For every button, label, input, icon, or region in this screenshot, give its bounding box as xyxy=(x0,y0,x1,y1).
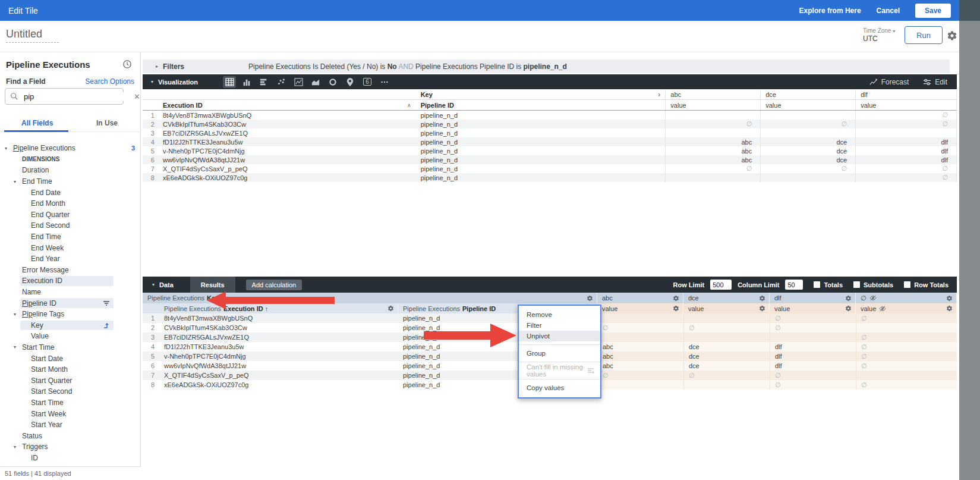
single-value-icon[interactable]: 6 xyxy=(361,76,374,88)
value-cell[interactable]: ∅ xyxy=(856,342,957,352)
value-cell[interactable]: ∅ xyxy=(856,380,957,390)
value-cell[interactable]: ∅ xyxy=(770,323,856,332)
value-cell[interactable] xyxy=(597,380,683,390)
execution-id-cell[interactable]: v-Nheh0pTPC7E0jC4dmNjg xyxy=(159,352,398,361)
subtotals-checkbox[interactable]: Subtotals xyxy=(853,281,893,288)
pipeline-id-cell[interactable]: pipeline_n_d xyxy=(416,137,666,146)
value-cell[interactable]: ∅ xyxy=(855,120,956,128)
pipeline-id-cell[interactable]: pipeline_n_d xyxy=(416,128,666,137)
value-cell[interactable]: dlf xyxy=(855,155,956,164)
tree-caret-icon[interactable]: ▾ xyxy=(14,179,22,184)
forecast-button[interactable]: Forecast xyxy=(869,78,909,86)
sidebar-field-end-time[interactable]: ▾End Time xyxy=(0,176,141,187)
field-search-box[interactable]: ✕ xyxy=(5,88,124,105)
data-label[interactable]: Data xyxy=(159,281,174,288)
sidebar-field-start-month[interactable]: Start Month xyxy=(0,364,141,375)
value-cell[interactable]: ∅ xyxy=(856,313,957,323)
value-cell[interactable] xyxy=(683,380,770,390)
sidebar-field-start-time[interactable]: Start Time xyxy=(0,397,141,409)
history-icon[interactable] xyxy=(122,59,132,69)
value-cell[interactable] xyxy=(665,111,760,120)
execution-id-cell[interactable]: ww6vIpNvQfWdA38qtJJ21w xyxy=(158,155,416,164)
value-cell[interactable]: dlf xyxy=(855,146,956,155)
row-totals-checkbox[interactable]: Row Totals xyxy=(904,281,949,288)
value-cell[interactable]: ∅ xyxy=(855,111,956,120)
sidebar-field-error-message[interactable]: Error Message xyxy=(0,265,141,276)
line-chart-icon[interactable] xyxy=(292,76,305,88)
menu-item-copy-values[interactable]: Copy values xyxy=(519,382,600,393)
value-cell[interactable]: ∅ xyxy=(597,323,683,332)
donut-chart-icon[interactable] xyxy=(326,76,339,88)
sidebar-field-start-quarter[interactable]: Start Quarter xyxy=(0,375,141,386)
value-cell[interactable]: ∅ xyxy=(770,313,856,323)
value-cell[interactable] xyxy=(760,128,855,137)
value-cell[interactable]: abc xyxy=(597,342,683,352)
value-cell[interactable]: abc xyxy=(665,155,760,164)
pivot-field-header-key[interactable]: Key› xyxy=(416,90,666,99)
gear-icon[interactable] xyxy=(387,305,394,312)
sidebar-field-end-week[interactable]: End Week xyxy=(0,242,141,253)
gear-icon[interactable] xyxy=(673,305,679,312)
pivot-expand-chevron[interactable]: › xyxy=(658,90,660,99)
menu-item-filter[interactable]: Filter xyxy=(519,320,600,331)
value-cell[interactable] xyxy=(855,128,956,137)
menu-item-unpivot[interactable]: Unpivot xyxy=(519,331,600,341)
gear-icon[interactable] xyxy=(759,305,765,312)
value-cell[interactable]: ∅ xyxy=(760,164,855,173)
column-header-execution-id[interactable]: Execution ID∧ xyxy=(158,100,416,110)
value-cell[interactable]: ∅ xyxy=(770,371,856,380)
pivot-icon[interactable] xyxy=(103,322,110,329)
value-cell[interactable] xyxy=(665,173,760,182)
execution-id-cell[interactable]: fD1I2J2hTTKE3Jeanu3u5w xyxy=(158,137,416,146)
execution-id-cell[interactable]: 8t4yVen8T3mwaXBWgbUSnQ xyxy=(158,111,416,120)
value-cell[interactable] xyxy=(770,332,856,342)
value-cell[interactable]: ∅ xyxy=(683,323,770,332)
scatter-chart-icon[interactable] xyxy=(275,76,288,88)
execution-id-cell[interactable]: X_QTIF4dSyCsSaxV_p_peQ xyxy=(158,164,416,173)
sidebar-field-start-date[interactable]: Start Date xyxy=(0,353,141,364)
results-pivot-header-dlf[interactable]: dlf xyxy=(770,293,856,303)
menu-item-group[interactable]: Group xyxy=(519,348,600,359)
sidebar-field-pipeline-id[interactable]: Pipeline ID xyxy=(0,297,141,309)
column-header-pipeline-id[interactable]: Pipeline ID xyxy=(416,100,666,110)
value-cell[interactable]: dce xyxy=(683,361,770,371)
execution-id-cell[interactable]: ww6vIpNvQfWdA38qtJJ21w xyxy=(159,361,398,371)
sidebar-field-duration[interactable]: Duration xyxy=(0,165,141,176)
column-limit-input[interactable] xyxy=(785,280,803,290)
results-header-value[interactable]: value xyxy=(683,303,770,313)
sidebar-field-name[interactable]: Name xyxy=(0,287,141,298)
sidebar-field-end-second[interactable]: End Second xyxy=(0,220,141,231)
column-chart-icon[interactable] xyxy=(240,76,253,88)
value-cell[interactable] xyxy=(665,128,760,137)
edit-viz-button[interactable]: Edit xyxy=(923,78,947,86)
table-viz-icon[interactable] xyxy=(223,76,236,88)
sidebar-field-key[interactable]: Key xyxy=(0,320,141,331)
clear-search-icon[interactable]: ✕ xyxy=(134,92,140,101)
value-cell[interactable]: dlf xyxy=(855,137,956,146)
tab-all-fields[interactable]: All Fields xyxy=(21,119,53,127)
gear-icon[interactable] xyxy=(587,295,593,302)
value-cell[interactable]: abc xyxy=(665,146,760,155)
visualization-expand-icon[interactable]: ▾ xyxy=(151,79,153,84)
pipeline-id-cell[interactable]: pipeline_n_d xyxy=(416,164,666,173)
tree-caret-icon[interactable]: ▾ xyxy=(14,312,22,317)
sidebar-field-end-date[interactable]: End Date xyxy=(0,187,141,198)
sidebar-field-status[interactable]: Status xyxy=(0,430,141,441)
explore-from-here-link[interactable]: Explore from Here xyxy=(799,7,861,15)
value-cell[interactable]: abc xyxy=(597,352,683,361)
value-cell[interactable] xyxy=(760,111,855,120)
menu-item-remove[interactable]: Remove xyxy=(519,309,600,320)
value-cell[interactable]: abc xyxy=(597,361,683,371)
value-cell[interactable]: dlf xyxy=(770,361,856,371)
sort-asc-icon[interactable]: ∧ xyxy=(407,102,411,108)
visualization-label[interactable]: Visualization xyxy=(158,79,198,86)
sidebar-field-id[interactable]: ID xyxy=(0,453,141,464)
value-cell[interactable]: dce xyxy=(683,352,770,361)
sidebar-field-start-second[interactable]: Start Second xyxy=(0,386,141,397)
measure-header-value[interactable]: value xyxy=(665,100,760,110)
sidebar-field-end-year[interactable]: End Year xyxy=(0,253,141,265)
filters-label[interactable]: Filters xyxy=(163,62,184,71)
execution-id-cell[interactable]: xE6eADGkSk-OXiUOZ97c0g xyxy=(158,173,416,182)
tile-title-input[interactable]: Untitled xyxy=(6,28,59,43)
sidebar-field-start-time[interactable]: ▾Start Time xyxy=(0,342,141,353)
